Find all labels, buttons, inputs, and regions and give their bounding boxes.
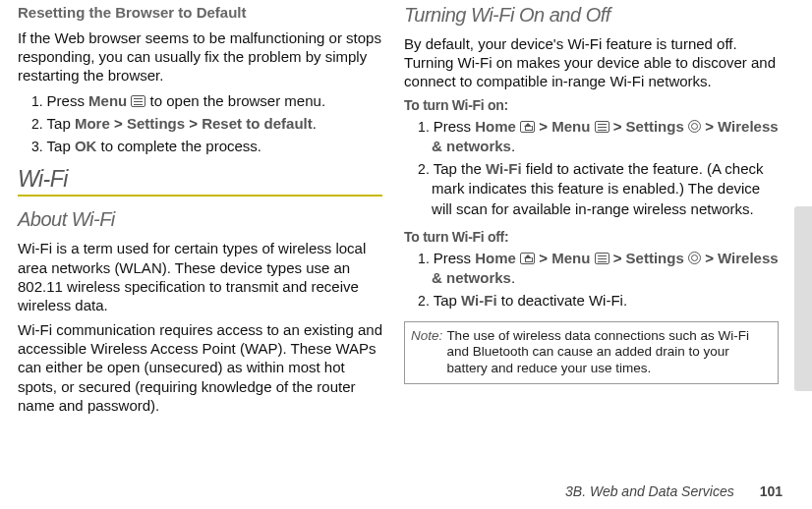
on-steps: 1. Press Home > Menu > Settings > Wirele… [404, 117, 779, 219]
turn-body: By default, your device's Wi-Fi feature … [404, 34, 779, 91]
step-3: 3. Tap OK to complete the process. [31, 137, 386, 156]
step-num: 1. [418, 119, 434, 135]
off-steps: 1. Press Home > Menu > Settings > Wirele… [404, 249, 779, 311]
gt: > [535, 250, 551, 266]
heading-about-wifi: About Wi-Fi [18, 208, 386, 231]
off-step-1: 1. Press Home > Menu > Settings > Wirele… [418, 249, 779, 289]
text: to open the browser menu. [145, 92, 325, 109]
step-num: 2. [31, 116, 47, 132]
gt: > [535, 118, 551, 135]
page: Resetting the Browser to Default If the … [0, 0, 812, 509]
ui-wifi: Wi-Fi [461, 292, 497, 309]
page-number: 101 [760, 483, 783, 499]
off-step-2: 2. Tap Wi-Fi to deactivate Wi-Fi. [418, 291, 779, 311]
left-column: Resetting the Browser to Default If the … [18, 4, 398, 501]
gt: > [701, 250, 718, 266]
gt: > [185, 115, 202, 132]
step-1: 1. Press Menu to open the browser menu. [31, 91, 386, 111]
gt: > [609, 118, 626, 135]
ui-reset-default: Reset to default [202, 115, 313, 132]
ui-wifi: Wi-Fi [486, 160, 522, 177]
settings-icon [688, 252, 701, 264]
reset-body: If the Web browser seems to be malfuncti… [18, 28, 386, 85]
text: . [511, 269, 515, 286]
on-step-2: 2. Tap the Wi-Fi field to activate the f… [418, 159, 779, 219]
menu-icon [595, 121, 609, 133]
text: Tap the [434, 160, 486, 177]
label-turn-on: To turn Wi-Fi on: [404, 97, 779, 113]
gt: > [609, 250, 626, 266]
ui-home: Home [475, 250, 516, 266]
step-num: 1. [31, 93, 47, 109]
side-tab [794, 206, 812, 391]
ui-more: More [75, 115, 110, 132]
step-num: 2. [418, 293, 434, 309]
ui-settings: Settings [626, 250, 684, 266]
note-box: Note: The use of wireless data connectio… [404, 321, 779, 385]
home-icon [520, 253, 535, 264]
gt: > [701, 118, 718, 135]
heading-reset-browser: Resetting the Browser to Default [18, 4, 386, 21]
text: to complete the process. [96, 138, 261, 154]
ui-menu: Menu [551, 250, 590, 266]
ui-home: Home [475, 118, 516, 135]
label-turn-off: To turn Wi-Fi off: [404, 229, 779, 245]
text: . [511, 138, 515, 154]
note-body: The use of wireless data connections suc… [446, 328, 772, 378]
settings-icon [688, 120, 701, 133]
step-num: 1. [418, 251, 434, 266]
ui-settings: Settings [626, 118, 684, 135]
text: Tap [47, 115, 75, 132]
footer: 3B. Web and Data Services 101 [565, 483, 783, 499]
text: . [313, 115, 317, 132]
right-column: Turning Wi-Fi On and Off By default, you… [398, 4, 779, 501]
text: Press [47, 92, 89, 109]
heading-turning-wifi: Turning Wi-Fi On and Off [404, 4, 779, 27]
text: Tap [434, 292, 461, 309]
ui-menu: Menu [551, 118, 590, 135]
gt: > [110, 115, 127, 132]
on-step-1: 1. Press Home > Menu > Settings > Wirele… [418, 117, 779, 157]
step-num: 2. [418, 161, 434, 177]
heading-rule [18, 195, 382, 197]
note-label: Note: [411, 328, 442, 378]
text: to deactivate Wi-Fi. [497, 292, 628, 309]
text: Tap [47, 138, 75, 154]
step-num: 3. [31, 139, 47, 154]
ui-ok: OK [75, 138, 97, 154]
menu-icon [131, 95, 145, 107]
about-p2: Wi-Fi communication requires access to a… [18, 320, 386, 415]
ui-menu: Menu [88, 92, 127, 109]
step-2: 2. Tap More > Settings > Reset to defaul… [31, 114, 386, 134]
home-icon [520, 121, 535, 133]
menu-icon [595, 253, 609, 264]
text: Press [434, 250, 476, 266]
ui-settings: Settings [127, 115, 185, 132]
footer-title: 3B. Web and Data Services [565, 483, 734, 499]
about-p1: Wi-Fi is a term used for certain types o… [18, 239, 386, 314]
reset-steps: 1. Press Menu to open the browser menu. … [18, 91, 386, 157]
heading-wifi: Wi-Fi [18, 166, 386, 193]
text: Press [434, 118, 476, 135]
